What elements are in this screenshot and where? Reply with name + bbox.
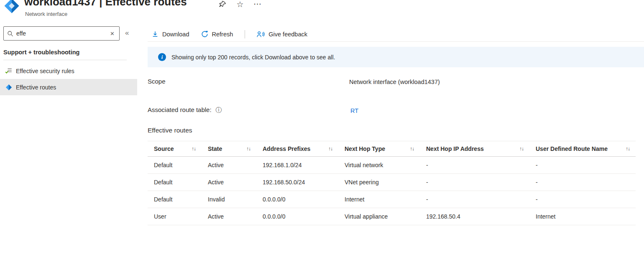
- column-header-next-hop-type[interactable]: Next Hop Type↑↓: [338, 141, 420, 156]
- sort-icon[interactable]: ↑↓: [410, 146, 414, 152]
- clear-search-icon[interactable]: ✕: [109, 31, 116, 37]
- table-cell: -: [420, 191, 529, 208]
- table-cell: Virtual appliance: [338, 208, 420, 225]
- table-cell: Virtual network: [338, 157, 420, 173]
- column-label: State: [208, 145, 222, 152]
- table-cell: Default: [148, 191, 202, 208]
- refresh-icon: [201, 31, 208, 38]
- column-label: Address Prefixes: [263, 145, 310, 152]
- collapse-sidebar-icon[interactable]: «: [125, 29, 129, 37]
- feedback-label: Give feedback: [268, 31, 307, 38]
- route-table-label-row: Associated route table: ⓘ: [148, 106, 222, 113]
- pin-icon[interactable]: [217, 0, 227, 9]
- table-cell: 0.0.0.0/0: [256, 191, 338, 208]
- sidebar-menu: Effective security rules Effective route…: [0, 63, 137, 95]
- table-row: DefaultActive192.168.1.0/24Virtual netwo…: [148, 157, 636, 174]
- route-table-link[interactable]: RT: [350, 107, 358, 114]
- page-title: workload1437 | Effective routes: [24, 0, 187, 8]
- table-cell: -: [420, 157, 529, 173]
- favorite-star-icon[interactable]: ☆: [235, 0, 245, 9]
- search-input[interactable]: [16, 30, 106, 37]
- effective-routes-table: Source↑↓State↑↓Address Prefixes↑↓Next Ho…: [148, 141, 636, 225]
- sidebar-divider: [3, 60, 127, 60]
- table-cell: Active: [202, 174, 256, 191]
- toolbar-divider: [245, 30, 245, 38]
- table-cell: 192.168.1.0/24: [256, 157, 338, 173]
- table-row: UserActive0.0.0.0/0Virtual appliance192.…: [148, 208, 636, 225]
- info-outline-icon[interactable]: ⓘ: [216, 107, 222, 113]
- column-label: Source: [154, 145, 174, 152]
- table-body: DefaultActive192.168.1.0/24Virtual netwo…: [148, 157, 636, 225]
- give-feedback-button[interactable]: Give feedback: [257, 31, 307, 38]
- table-cell: 0.0.0.0/0: [256, 208, 338, 225]
- table-cell: Active: [202, 157, 256, 173]
- column-header-state[interactable]: State↑↓: [202, 141, 256, 156]
- column-header-user-defined-route-name[interactable]: User Defined Route Name↑↓: [529, 141, 636, 156]
- network-interface-icon: [3, 0, 20, 14]
- search-icon: [7, 31, 13, 37]
- sidebar-item-effective-routes[interactable]: Effective routes: [0, 79, 137, 95]
- sort-icon[interactable]: ↑↓: [328, 146, 332, 152]
- sidebar-section-title: Support + troubleshooting: [3, 49, 79, 56]
- table-cell: -: [529, 191, 636, 208]
- table-row: DefaultActive192.168.50.0/24VNet peering…: [148, 174, 636, 191]
- table-cell: 192.168.50.4: [420, 208, 529, 225]
- column-label: Next Hop IP Address: [426, 145, 484, 152]
- table-cell: Internet: [529, 208, 636, 225]
- banner-text: Showing only top 200 records, click Down…: [171, 54, 335, 61]
- column-header-source[interactable]: Source↑↓: [148, 141, 202, 156]
- table-cell: Invalid: [202, 191, 256, 208]
- table-cell: -: [529, 174, 636, 191]
- page-subtitle: Network interface: [25, 11, 67, 17]
- sort-icon[interactable]: ↑↓: [626, 146, 630, 152]
- table-cell: VNet peering: [338, 174, 420, 191]
- download-label: Download: [162, 31, 189, 38]
- table-cell: Internet: [338, 191, 420, 208]
- info-icon: i: [158, 53, 166, 61]
- scope-value: Network interface (workload1437): [349, 79, 440, 85]
- sort-icon[interactable]: ↑↓: [246, 146, 250, 152]
- command-bar: Download Refresh Give feedback: [148, 27, 644, 42]
- table-title: Effective routes: [148, 127, 192, 134]
- sidebar-item-label: Effective routes: [16, 84, 56, 91]
- table-cell: Active: [202, 208, 256, 225]
- download-button[interactable]: Download: [152, 31, 189, 38]
- sort-icon[interactable]: ↑↓: [192, 146, 196, 152]
- column-label: User Defined Route Name: [536, 145, 608, 152]
- refresh-label: Refresh: [212, 31, 233, 38]
- table-cell: 192.168.50.0/24: [256, 174, 338, 191]
- table-cell: -: [529, 157, 636, 173]
- column-label: Next Hop Type: [345, 145, 385, 152]
- table-cell: Default: [148, 157, 202, 173]
- sidebar-search-box: ✕: [3, 26, 120, 41]
- table-header-row: Source↑↓State↑↓Address Prefixes↑↓Next Ho…: [148, 141, 636, 157]
- refresh-button[interactable]: Refresh: [201, 31, 233, 38]
- info-banner: i Showing only top 200 records, click Do…: [148, 47, 644, 67]
- security-rules-icon: [5, 67, 12, 74]
- more-options-icon[interactable]: …: [253, 0, 263, 7]
- table-cell: User: [148, 208, 202, 225]
- table-cell: -: [420, 174, 529, 191]
- scope-label: Scope: [148, 78, 166, 85]
- table-cell: Default: [148, 174, 202, 191]
- feedback-icon: [257, 31, 265, 38]
- route-table-label: Associated route table:: [148, 106, 212, 113]
- column-header-address-prefixes[interactable]: Address Prefixes↑↓: [256, 141, 338, 156]
- sidebar-item-label: Effective security rules: [16, 68, 74, 74]
- column-header-next-hop-ip-address[interactable]: Next Hop IP Address↑↓: [420, 141, 529, 156]
- effective-routes-icon: [5, 84, 12, 91]
- sidebar-item-effective-security-rules[interactable]: Effective security rules: [0, 63, 137, 79]
- table-row: DefaultInvalid0.0.0.0/0Internet--: [148, 191, 636, 208]
- sort-icon[interactable]: ↑↓: [519, 146, 524, 152]
- download-icon: [152, 31, 158, 38]
